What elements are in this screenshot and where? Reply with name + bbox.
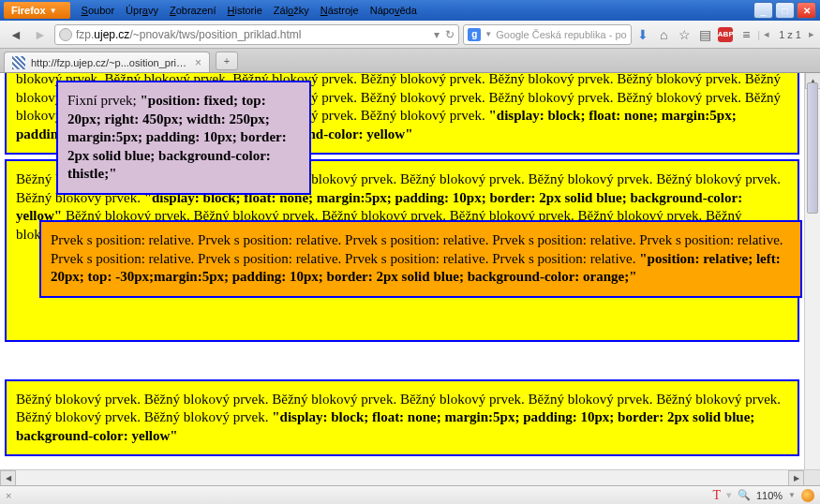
firefox-menu-button[interactable]: Firefox ▼ — [4, 2, 70, 19]
bookmarks-list-icon[interactable]: ▤ — [697, 27, 712, 42]
zoom-dropdown-icon[interactable]: ▼ — [788, 491, 796, 499]
menubar: Soubor Úpravy Zobrazení Historie Záložky… — [82, 5, 417, 16]
text-tool-icon[interactable]: T — [712, 488, 721, 503]
tab-close-icon[interactable]: × — [195, 56, 201, 69]
menu-zalozky[interactable]: Záložky — [274, 5, 309, 16]
scrollbar-corner — [804, 470, 820, 486]
dropdown-icon[interactable]: ▾ — [434, 28, 440, 41]
status-sep: ▾ — [726, 489, 732, 501]
globe-icon — [59, 28, 72, 41]
url-domain: ujep.cz — [94, 28, 129, 41]
page-counter: 1 z 1 — [779, 29, 801, 40]
menu-napoveda[interactable]: Nápověda — [370, 5, 417, 16]
status-close-icon[interactable]: × — [6, 490, 11, 501]
menu-icon[interactable]: ≡ — [738, 27, 753, 42]
forward-button[interactable]: ► — [30, 24, 51, 45]
menu-nastroje[interactable]: Nástroje — [321, 5, 359, 16]
nav-toolbar: ◄ ► fzp.ujep.cz/~pnovak/tws/position_pri… — [0, 21, 820, 49]
titlebar: Firefox ▼ Soubor Úpravy Zobrazení Histor… — [0, 0, 820, 21]
bookmark-star-icon[interactable]: ☆ — [677, 27, 692, 42]
menu-historie[interactable]: Historie — [228, 5, 262, 16]
page-nav-prev[interactable]: ◂ — [764, 28, 769, 40]
toolbar-icons: ⬇ ⌂ ☆ ▤ ABP ≡ — [635, 27, 753, 42]
horizontal-scrollbar[interactable]: ◀ ▶ — [0, 469, 820, 485]
block-3: Běžný blokový prvek. Běžný blokový prvek… — [5, 379, 799, 457]
google-icon: g — [468, 28, 481, 41]
menu-soubor[interactable]: Soubor — [82, 5, 114, 16]
fixed-block: Fixní prvek; "position: fixed; top: 20px… — [56, 81, 311, 195]
firefox-status-icon[interactable] — [801, 489, 814, 502]
scroll-left-icon[interactable]: ◀ — [0, 470, 16, 486]
home-icon[interactable]: ⌂ — [656, 27, 671, 42]
back-button[interactable]: ◄ — [6, 24, 26, 45]
tabbar: http://fzp.ujep.cz/~p...osition_priklad.… — [0, 49, 820, 73]
download-icon[interactable]: ⬇ — [635, 27, 650, 42]
firefox-label: Firefox — [11, 5, 46, 16]
tab-active[interactable]: http://fzp.ujep.cz/~p...osition_priklad.… — [4, 52, 210, 72]
menu-upravy[interactable]: Úpravy — [126, 5, 158, 16]
minimize-button[interactable]: _ — [753, 2, 773, 19]
page-content: blokový prvek. Běžný blokový prvek. Běžn… — [0, 73, 804, 461]
search-bar[interactable]: g ▼ Google Česká republika - po — [463, 24, 632, 45]
url-bar[interactable]: fzp.ujep.cz/~pnovak/tws/position_priklad… — [54, 24, 459, 45]
search-dropdown-icon[interactable]: ▼ — [485, 30, 492, 38]
viewport: blokový prvek. Běžný blokový prvek. Běžn… — [0, 73, 820, 485]
page-nav-next[interactable]: ▸ — [809, 28, 814, 40]
zoom-level: 110% — [756, 490, 783, 501]
url-prefix: fzp. — [76, 28, 94, 41]
tab-favicon — [12, 56, 25, 69]
menu-zobrazeni[interactable]: Zobrazení — [170, 5, 216, 16]
search-placeholder: Google Česká republika - po — [496, 29, 626, 40]
adblock-icon[interactable]: ABP — [718, 27, 733, 42]
close-button[interactable]: ✕ — [797, 2, 816, 19]
window-controls: _ □ ✕ — [753, 2, 816, 19]
fixed-text: Fixní prvek; — [67, 93, 141, 108]
url-path: /~pnovak/tws/position_priklad.html — [129, 28, 301, 41]
maximize-button[interactable]: □ — [775, 2, 795, 19]
scroll-thumb[interactable] — [807, 82, 818, 214]
dropdown-icon: ▼ — [50, 7, 57, 15]
vertical-scrollbar[interactable]: ▲ ▼ — [804, 73, 820, 485]
scroll-right-icon[interactable]: ▶ — [788, 470, 804, 486]
new-tab-button[interactable]: + — [216, 52, 238, 70]
relative-block: Prvek s position: relative. Prvek s posi… — [39, 220, 802, 298]
statusbar: × T ▾ 🔍 110% ▼ — [0, 485, 820, 504]
tab-title: http://fzp.ujep.cz/~p...osition_priklad.… — [31, 57, 189, 68]
reload-icon[interactable]: ↻ — [445, 28, 455, 41]
zoom-icon[interactable]: 🔍 — [738, 489, 751, 501]
